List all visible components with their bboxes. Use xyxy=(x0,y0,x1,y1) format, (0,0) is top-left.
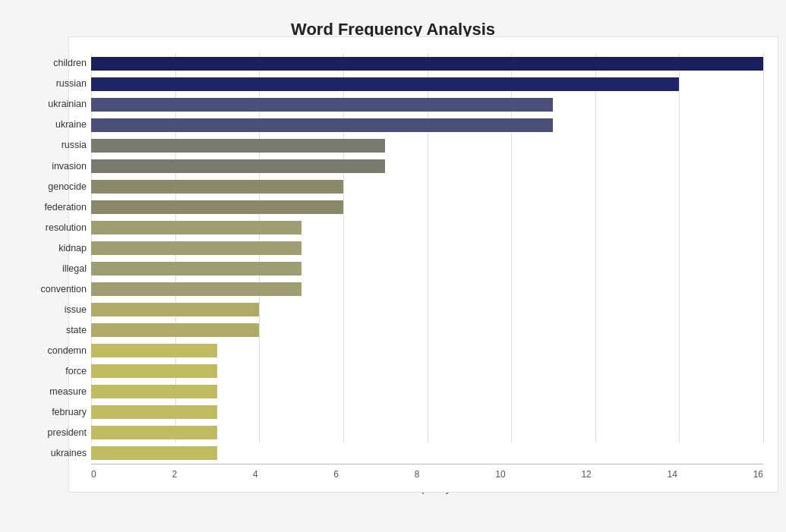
bar xyxy=(91,446,217,460)
y-label: ukrainian xyxy=(48,95,87,115)
bar-row xyxy=(91,197,763,217)
bar-row xyxy=(91,341,763,360)
bar-row xyxy=(91,54,763,74)
chart-container: Word Frequency Analysis childrenrussianu… xyxy=(0,0,786,532)
x-tick: 14 xyxy=(668,469,677,480)
y-label: convention xyxy=(41,279,87,299)
x-axis: 0246810121416 xyxy=(91,464,763,480)
bar-row xyxy=(91,95,763,115)
bar-row xyxy=(91,115,763,135)
bar-row xyxy=(91,279,763,299)
bar xyxy=(91,139,385,153)
bar xyxy=(91,241,301,255)
bar xyxy=(91,57,763,71)
y-label: force xyxy=(65,361,87,381)
y-label: issue xyxy=(65,300,87,320)
y-label: genocide xyxy=(48,177,87,197)
bar-row xyxy=(91,320,763,340)
x-tick: 2 xyxy=(172,469,177,480)
y-label: president xyxy=(48,423,87,442)
y-label: february xyxy=(52,402,87,422)
bar xyxy=(91,385,217,398)
y-label: russian xyxy=(56,74,87,94)
y-label: invasion xyxy=(52,156,87,176)
bar xyxy=(91,282,301,296)
bar xyxy=(91,180,343,194)
bar-row xyxy=(91,177,763,197)
bar xyxy=(91,344,217,357)
chart-area: childrenrussianukrainianukrainerussiainv… xyxy=(23,53,763,464)
bars-container xyxy=(91,53,763,464)
bar xyxy=(91,118,553,132)
x-tick: 12 xyxy=(581,469,591,480)
bar-row xyxy=(91,156,763,176)
bar-row xyxy=(91,361,763,381)
bar-row xyxy=(91,443,763,463)
bar xyxy=(91,200,343,214)
bars-and-grid xyxy=(91,53,763,464)
x-tick: 10 xyxy=(495,469,505,480)
bar xyxy=(91,262,301,275)
bar-row xyxy=(91,218,763,238)
bar xyxy=(91,159,385,173)
y-label: federation xyxy=(44,197,87,217)
bar-row xyxy=(91,74,763,94)
y-label: measure xyxy=(49,382,87,401)
bar xyxy=(91,364,217,378)
bar xyxy=(91,303,259,316)
y-label: ukraine xyxy=(55,115,87,135)
bar xyxy=(91,221,301,235)
y-label: ukraines xyxy=(51,443,87,463)
bar xyxy=(91,323,259,337)
y-label: russia xyxy=(62,136,87,156)
bar-row xyxy=(91,382,763,401)
x-tick: 0 xyxy=(91,469,96,480)
x-tick: 8 xyxy=(415,469,420,480)
y-label: resolution xyxy=(46,218,87,238)
y-label: illegal xyxy=(62,259,87,279)
bar-row xyxy=(91,238,763,258)
bar-row xyxy=(91,136,763,156)
bar-row xyxy=(91,423,763,442)
y-label: state xyxy=(66,320,87,340)
y-label: kidnap xyxy=(58,238,87,258)
x-tick: 16 xyxy=(753,469,763,480)
x-tick: 6 xyxy=(333,469,339,480)
bar xyxy=(91,77,679,91)
bar-row xyxy=(91,300,763,320)
y-label: children xyxy=(53,54,87,74)
y-label: condemn xyxy=(48,341,87,360)
bar-row xyxy=(91,402,763,422)
bar xyxy=(91,426,217,439)
y-axis-labels: childrenrussianukrainianukrainerussiainv… xyxy=(23,53,91,464)
x-tick: 4 xyxy=(253,469,258,480)
bar-row xyxy=(91,259,763,279)
bar xyxy=(91,405,217,419)
bar xyxy=(91,98,553,112)
